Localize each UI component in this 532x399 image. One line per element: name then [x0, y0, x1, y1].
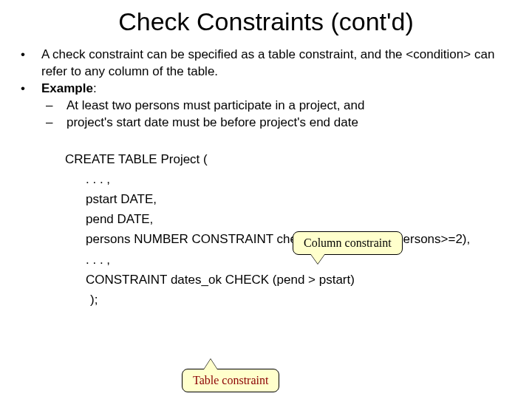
- bullet-1-text: A check constraint can be specified as a…: [41, 47, 517, 81]
- code-line: pstart DATE,: [86, 189, 517, 209]
- code-line: CREATE TABLE Project (: [65, 149, 517, 169]
- sub-bullet-2: – project's start date must be before pr…: [41, 115, 517, 132]
- slide-title: Check Constraints (cont'd): [0, 7, 532, 36]
- bullet-1: • A check constraint can be specified as…: [21, 47, 517, 81]
- table-constraint-callout: Table constraint: [182, 369, 279, 392]
- example-colon: :: [93, 81, 97, 95]
- example-label: Example: [41, 81, 93, 95]
- sub-bullet-1-text: At least two persons must participate in…: [66, 98, 364, 115]
- code-line: . . . ,: [86, 169, 517, 189]
- bullet-dot: •: [21, 81, 41, 132]
- bullet-dot: •: [21, 47, 41, 81]
- bullet-2: • Example: – At least two persons must p…: [21, 81, 517, 132]
- bullet-2-body: Example: – At least two persons must par…: [41, 81, 517, 132]
- callout-pointer-icon: [204, 359, 217, 369]
- callout-pointer-icon: [310, 253, 325, 264]
- sql-code: CREATE TABLE Project ( . . . , pstart DA…: [65, 149, 517, 310]
- dash-icon: –: [41, 98, 66, 115]
- sub-bullet-1: – At least two persons must participate …: [41, 98, 517, 115]
- code-line: CONSTRAINT dates_ok CHECK (pend > pstart…: [86, 270, 517, 290]
- column-constraint-callout: Column constraint: [293, 231, 403, 255]
- code-line: pend DATE,: [86, 209, 517, 229]
- slide-body: • A check constraint can be specified as…: [21, 47, 517, 310]
- code-line: );: [90, 290, 517, 310]
- sub-bullet-2-text: project's start date must be before proj…: [66, 115, 358, 132]
- dash-icon: –: [41, 115, 66, 132]
